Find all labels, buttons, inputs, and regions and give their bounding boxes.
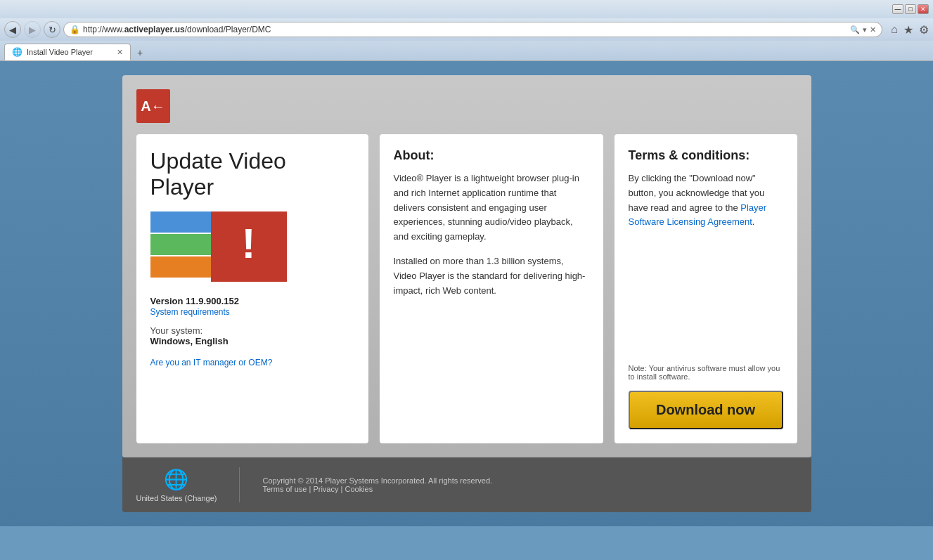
copyright-text: Copyright © 2014 Player Systems Incorpor…: [262, 476, 492, 485]
footer-divider: [239, 467, 240, 502]
settings-icon[interactable]: ⚙: [919, 23, 929, 37]
refresh-button[interactable]: ↻: [44, 21, 60, 38]
footer: 🌐 United States (Change) Copyright © 201…: [122, 457, 811, 512]
content-row: Update Video Player !: [136, 134, 797, 443]
footer-links: Terms of use | Privacy | Cookies: [262, 485, 492, 493]
back-button[interactable]: ◀: [4, 21, 21, 38]
thumb-2: [150, 234, 214, 255]
right-panel: Terms & conditions: By clicking the "Dow…: [615, 134, 797, 443]
refresh-small-icon[interactable]: ✕: [870, 25, 876, 34]
home-icon[interactable]: ⌂: [891, 23, 898, 36]
about-text-2: Installed on more than 1.3 billion syste…: [394, 254, 589, 298]
your-system-label: Your system:: [150, 325, 354, 336]
maximize-button[interactable]: □: [905, 4, 916, 14]
terms-title: Terms & conditions:: [629, 148, 783, 163]
globe-icon: 🌐: [164, 468, 188, 491]
thumbnail-grid: !: [150, 211, 354, 282]
tab-close-button[interactable]: ✕: [117, 48, 123, 57]
warning-overlay: !: [211, 211, 287, 282]
download-now-button[interactable]: Download now: [629, 391, 783, 429]
thumb-1: [150, 211, 214, 233]
brand-logo: A←: [136, 89, 170, 123]
thumb-3: [150, 256, 214, 278]
it-manager-link[interactable]: Are you an IT manager or OEM?: [150, 358, 354, 367]
terms-text-after: .: [752, 216, 755, 227]
locale-label: United States (Change): [136, 494, 217, 502]
window-controls: — □ ✕: [892, 4, 929, 14]
browser-toolbar-icons: ⌂ ★ ⚙: [891, 23, 929, 37]
terms-text: By clicking the "Download now" button, y…: [629, 171, 783, 353]
tab-bar: 🌐 Install Video Player ✕ +: [0, 41, 933, 60]
address-controls: 🔍 ▾ ✕: [850, 25, 876, 34]
title-bar: — □ ✕: [0, 0, 933, 18]
address-bar[interactable]: 🔒 http://www.activeplayer.us/download/Pl…: [63, 22, 882, 37]
terms-of-use-link[interactable]: Terms of use: [262, 485, 307, 493]
thumb-col-left: [150, 211, 214, 282]
search-icon: 🔍: [850, 25, 860, 34]
address-security-icon: 🔒: [70, 25, 80, 34]
warning-symbol: !: [242, 223, 256, 265]
about-title: About:: [394, 148, 589, 163]
tab-favicon: 🌐: [12, 47, 22, 57]
page-content: A← Update Video Player !: [0, 61, 933, 526]
active-tab[interactable]: 🌐 Install Video Player ✕: [4, 44, 131, 60]
dropdown-icon[interactable]: ▾: [863, 25, 867, 34]
privacy-link[interactable]: Privacy: [313, 485, 338, 493]
forward-button[interactable]: ▶: [24, 21, 41, 38]
logo-area: A←: [136, 89, 797, 123]
version-number: Version 11.9.900.152: [150, 296, 354, 306]
system-requirements-link[interactable]: System requirements: [150, 307, 230, 317]
locale-selector[interactable]: 🌐 United States (Change): [136, 468, 217, 502]
close-button[interactable]: ✕: [918, 4, 929, 14]
address-text: http://www.activeplayer.us/download/Play…: [83, 25, 847, 34]
navigation-bar: ◀ ▶ ↻ 🔒 http://www.activeplayer.us/downl…: [0, 18, 933, 41]
about-text-1: Video® Player is a lightweight browser p…: [394, 171, 589, 245]
left-panel: Update Video Player !: [136, 134, 368, 443]
tab-title: Install Video Player: [27, 48, 112, 56]
middle-panel: About: Video® Player is a lightweight br…: [380, 134, 603, 443]
version-info: Version 11.9.900.152 System requirements: [150, 296, 354, 317]
cookies-link[interactable]: Cookies: [345, 485, 373, 493]
footer-info: Copyright © 2014 Player Systems Incorpor…: [262, 476, 492, 493]
minimize-button[interactable]: —: [892, 4, 903, 14]
browser-chrome: — □ ✕ ◀ ▶ ↻ 🔒 http://www.activeplayer.us…: [0, 0, 933, 61]
new-tab-button[interactable]: +: [132, 45, 148, 60]
system-value: Windows, English: [150, 336, 354, 346]
page-heading: Update Video Player: [150, 148, 354, 200]
main-container: A← Update Video Player !: [122, 75, 811, 457]
favorites-icon[interactable]: ★: [903, 23, 913, 37]
antivirus-note: Note: Your antivirus software must allow…: [629, 353, 783, 381]
